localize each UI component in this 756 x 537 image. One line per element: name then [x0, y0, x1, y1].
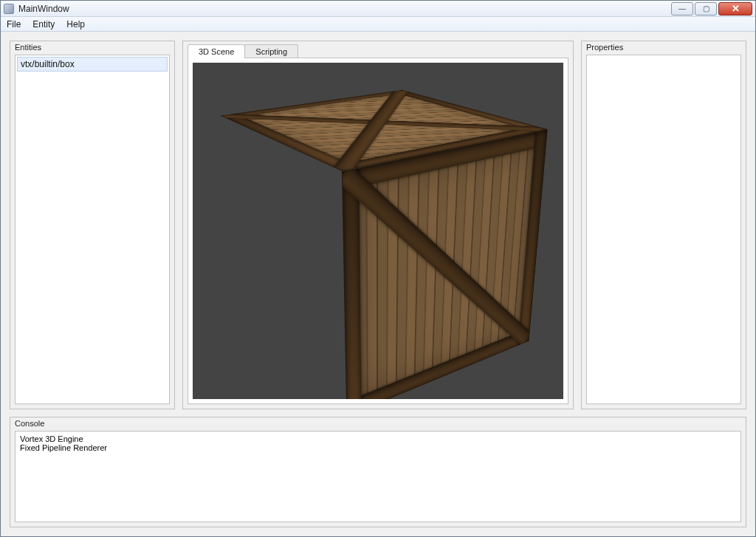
tab-content [188, 58, 568, 404]
entities-panel: Entities vtx/builtin/box [10, 41, 175, 409]
menu-bar: File Entity Help [1, 17, 755, 32]
console-panel: Console Vortex 3D Engine Fixed Pipeline … [10, 417, 746, 527]
console-line: Fixed Pipeline Renderer [20, 443, 107, 452]
crate-mesh [273, 108, 467, 361]
scene-3d [193, 63, 563, 399]
properties-panel: Properties [581, 41, 746, 409]
viewport-3d[interactable] [193, 63, 563, 399]
center-panel: 3D Scene Scripting [182, 41, 574, 409]
window-buttons: — ▢ ✕ [670, 2, 752, 15]
window-title: MainWindow [18, 4, 670, 14]
tab-3d-scene[interactable]: 3D Scene [188, 44, 245, 58]
close-button[interactable]: ✕ [718, 2, 752, 15]
entities-panel-title: Entities [10, 41, 174, 55]
crate-face-front [342, 129, 548, 399]
properties-panel-title: Properties [582, 41, 746, 55]
top-row: Entities vtx/builtin/box 3D Scene Script… [10, 41, 746, 409]
menu-entity[interactable]: Entity [27, 17, 61, 31]
console-panel-title: Console [10, 418, 746, 431]
main-window: MainWindow — ▢ ✕ File Entity Help Entiti… [0, 0, 756, 537]
maximize-button[interactable]: ▢ [695, 2, 717, 15]
entities-list[interactable]: vtx/builtin/box [15, 55, 170, 404]
tab-scripting[interactable]: Scripting [244, 44, 298, 58]
menu-file[interactable]: File [1, 17, 27, 31]
title-bar: MainWindow — ▢ ✕ [1, 1, 755, 17]
client-area: Entities vtx/builtin/box 3D Scene Script… [1, 32, 755, 536]
menu-help[interactable]: Help [61, 17, 91, 31]
console-output[interactable]: Vortex 3D Engine Fixed Pipeline Renderer [15, 431, 741, 522]
minimize-button[interactable]: — [671, 2, 693, 15]
entity-list-item[interactable]: vtx/builtin/box [17, 57, 168, 72]
app-icon [4, 4, 14, 14]
console-line: Vortex 3D Engine [20, 434, 83, 443]
properties-body[interactable] [586, 55, 741, 404]
tab-bar: 3D Scene Scripting [183, 41, 573, 58]
